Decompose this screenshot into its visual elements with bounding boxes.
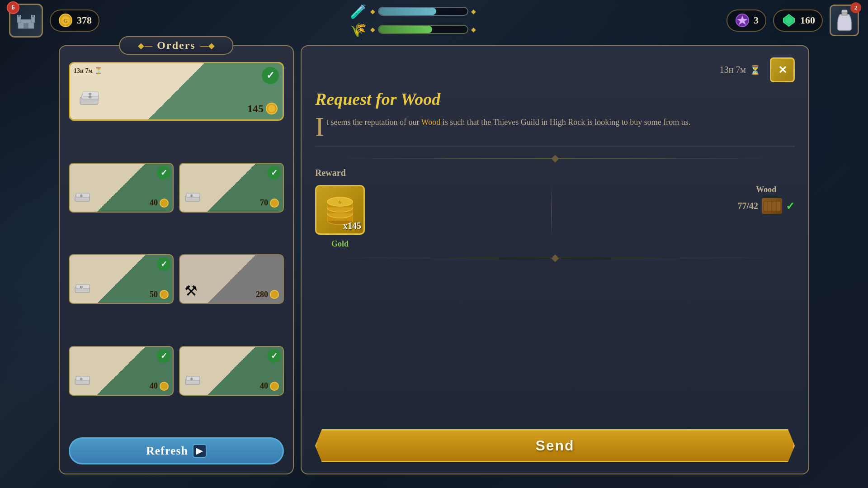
reward-0: 40 [150, 198, 169, 208]
order-card-3[interactable]: ⚒ 280 [179, 254, 284, 304]
order-card-1[interactable]: ❄ ✓ 70 [179, 163, 284, 213]
bottle-count: 2 [850, 2, 861, 13]
featured-reward: 145 [247, 102, 278, 115]
hud-bar: 6 G 378 [0, 0, 868, 41]
flask-icon: 🧪 [350, 4, 367, 19]
order-card-5[interactable]: ❄ ✓ 40 [179, 346, 284, 396]
gold-value: 378 [77, 14, 92, 26]
vertical-divider [551, 185, 552, 239]
featured-timer: 13н 7м ⏳ [74, 67, 102, 75]
castle-svg [16, 10, 36, 31]
coin-icon-featured [265, 102, 278, 115]
reward-4: 40 [150, 381, 169, 391]
potion-progress: 🧪 ◆ ◆ [350, 4, 476, 19]
refresh-icon: ▶ [193, 444, 207, 458]
svg-rect-6 [31, 15, 33, 18]
detail-panel: 13н 7м ⏳ ✕ Request for Wood I t seems th… [301, 45, 809, 474]
svg-point-36 [270, 290, 278, 298]
refresh-label: Refresh [146, 444, 188, 458]
order-icon-1: ❄ [184, 189, 203, 208]
grain-deco-left: ◆ [370, 26, 375, 33]
svg-point-40 [160, 382, 168, 390]
check-1: ✓ [267, 166, 281, 180]
detail-timer: 13н 7м ⏳ [720, 65, 761, 76]
grain-deco-right: ◆ [471, 26, 476, 33]
svg-point-35 [160, 290, 168, 298]
order-card-0[interactable]: ❄ ✓ 40 [69, 163, 174, 213]
title-arrow-right: —◆ [200, 41, 215, 51]
section-divider-bottom [315, 258, 795, 258]
deco-left: ◆ [370, 8, 375, 15]
reward-1: 70 [260, 198, 279, 208]
reward-label: Reward [315, 168, 795, 178]
panel-title: Orders [157, 39, 195, 52]
featured-order-icon: ❄ ❄ [79, 88, 104, 113]
star-currency-group: 3 [726, 9, 766, 32]
gem-value: 160 [800, 14, 815, 26]
refresh-button[interactable]: Refresh ▶ [69, 437, 284, 464]
check-4: ✓ [157, 349, 170, 363]
order-icon-0: ❄ [74, 189, 93, 208]
order-card-featured[interactable]: 13н 7м ⏳ ❄ ❄ ✓ 145 [69, 62, 284, 121]
close-button[interactable]: ✕ [770, 57, 795, 82]
order-icon-5: ❄ [184, 372, 203, 391]
reward-content: G x145 Gold Wood 77/42 [315, 185, 795, 249]
svg-text:❄: ❄ [190, 194, 193, 198]
svg-point-23 [268, 105, 275, 112]
check-2: ✓ [157, 257, 170, 271]
reward-section: Reward G [315, 168, 795, 249]
grain-progress-fill [379, 26, 432, 33]
svg-text:G: G [338, 200, 341, 204]
wood-requirement: Wood 77/42 ✓ [737, 185, 795, 214]
svg-rect-16 [842, 13, 847, 15]
hud-right: 3 160 2 [726, 5, 859, 36]
order-card-4[interactable]: ❄ ✓ 40 [69, 346, 174, 396]
order-icon-4: ❄ [74, 372, 93, 391]
potion-progress-fill [379, 8, 436, 15]
gem-icon [781, 13, 797, 28]
gold-reward-icon-box: G x145 [315, 185, 365, 235]
star-gem-icon [734, 13, 750, 28]
grain-icon: 🌾 [350, 22, 367, 38]
orders-grid: 13н 7м ⏳ ❄ ❄ ✓ 145 [69, 62, 284, 432]
svg-rect-1 [17, 17, 21, 23]
featured-check: ✓ [262, 67, 279, 84]
main-container: ◆— Orders —◆ 13н 7м ⏳ ❄ [59, 45, 809, 474]
potion-progress-bar [378, 7, 468, 16]
castle-icon[interactable]: 6 [9, 4, 43, 38]
svg-rect-7 [33, 15, 35, 18]
svg-text:❄: ❄ [80, 377, 83, 381]
gold-currency-group: G 378 [50, 9, 99, 32]
grain-progress-bar [378, 25, 468, 34]
desc-part1: t seems the reputation of our [326, 118, 421, 127]
gold-reward-item: G x145 Gold [315, 185, 365, 249]
wood-count: 77/42 ✓ [737, 198, 795, 214]
grain-progress: 🌾 ◆ ◆ [350, 22, 476, 38]
wood-icon [762, 198, 782, 214]
svg-text:❄: ❄ [88, 92, 92, 97]
reward-5: 40 [260, 381, 279, 391]
orders-panel: ◆— Orders —◆ 13н 7м ⏳ ❄ [59, 45, 294, 474]
gem-currency-group: 160 [773, 9, 823, 32]
detail-title: Request for Wood [315, 89, 795, 109]
svg-rect-53 [764, 201, 781, 211]
deco-right: ◆ [471, 8, 476, 15]
section-divider-top [315, 158, 795, 159]
send-button[interactable]: Send [315, 429, 795, 462]
reward-3: 280 [256, 289, 279, 299]
title-arrow-left: ◆— [138, 41, 152, 51]
requirement-check: ✓ [786, 200, 795, 213]
bottle-icon[interactable]: 2 [830, 5, 859, 36]
anvil-icon: ⚒ [184, 282, 198, 299]
svg-text:❄: ❄ [80, 194, 83, 198]
svg-rect-3 [24, 23, 28, 28]
svg-rect-4 [17, 15, 19, 18]
bottle-svg [835, 9, 854, 32]
gold-coin-icon: G [57, 13, 73, 28]
svg-point-44 [270, 382, 278, 390]
close-icon: ✕ [778, 64, 787, 76]
hud-center: 🧪 ◆ ◆ 🌾 ◆ ◆ [350, 4, 476, 38]
order-card-2[interactable]: ❄ ✓ 50 [69, 254, 174, 304]
reward-2: 50 [150, 289, 169, 299]
svg-point-27 [160, 199, 168, 207]
